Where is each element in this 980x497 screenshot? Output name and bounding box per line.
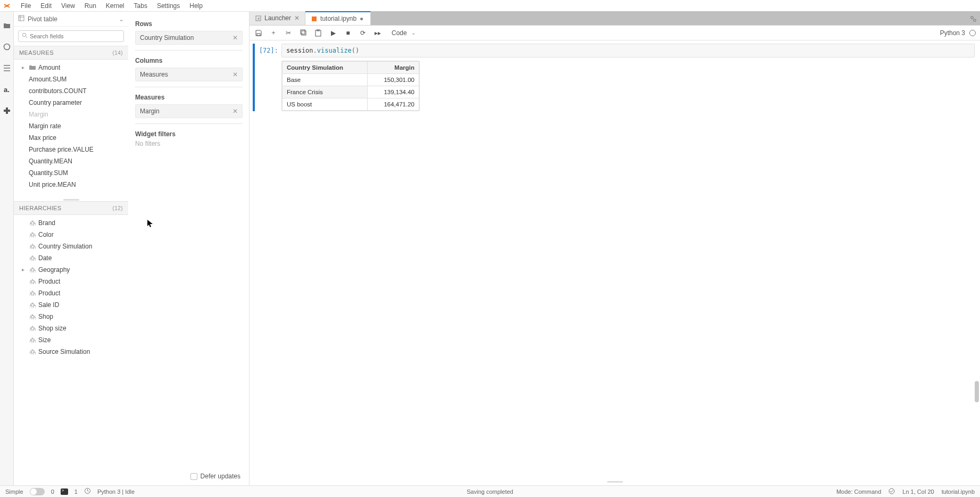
menu-bar: FileEditViewRunKernelTabsSettingsHelp	[0, 0, 980, 12]
copy-button[interactable]	[298, 28, 308, 38]
kernel-status-icon[interactable]	[969, 30, 976, 36]
paste-button[interactable]	[313, 28, 323, 38]
notebook-content[interactable]: [72]: session.visualize() Country Simula…	[250, 40, 980, 485]
close-icon[interactable]: ✕	[232, 34, 238, 42]
run-all-button[interactable]: ▸▸	[373, 28, 383, 38]
measure-item[interactable]: ▸Amount	[14, 62, 128, 73]
measure-item[interactable]: Purchase price.VALUE	[14, 144, 128, 155]
menu-run[interactable]: Run	[80, 1, 101, 11]
simple-toggle[interactable]	[30, 488, 45, 495]
tree-item-label: Max price	[29, 133, 56, 143]
cut-button[interactable]: ✂	[284, 28, 293, 38]
measures-section-header[interactable]: MEASURES (14)	[14, 46, 128, 60]
measure-item[interactable]: Max price	[14, 132, 128, 144]
lsp-icon[interactable]	[84, 487, 91, 495]
restart-button[interactable]: ⟳	[358, 28, 368, 38]
measures-chip[interactable]: Margin✕	[135, 104, 243, 118]
hierarchy-item[interactable]: Color	[14, 229, 128, 241]
hierarchy-item[interactable]: Shop	[14, 311, 128, 322]
measure-item[interactable]: Unit price.MEAN	[14, 179, 128, 190]
terminal-icon[interactable]	[61, 488, 68, 495]
scrollbar-thumb[interactable]	[975, 381, 979, 402]
code-input[interactable]: session.visualize()	[281, 44, 975, 57]
status-bar: Simple 0 1 Python 3 | Idle Saving comple…	[0, 485, 980, 497]
chip-label: Margin	[140, 107, 160, 115]
terminals-count-left: 0	[51, 488, 54, 495]
columns-chip[interactable]: Measures✕	[135, 68, 243, 81]
table-cell: US boost	[283, 98, 368, 111]
hierarchy-icon	[29, 314, 36, 319]
hierarchy-item[interactable]: Brand	[14, 217, 128, 229]
stop-button[interactable]: ■	[343, 28, 353, 38]
menu-view[interactable]: View	[56, 1, 80, 11]
output-resize-handle[interactable]	[607, 479, 623, 484]
hierarchy-icon	[29, 291, 36, 296]
add-cell-button[interactable]: ＋	[269, 28, 278, 38]
code-cell[interactable]: [72]: session.visualize() Country Simula…	[253, 44, 975, 111]
search-input[interactable]	[30, 33, 120, 39]
rows-chip[interactable]: Country Simulation✕	[135, 31, 243, 45]
close-icon[interactable]: ✕	[232, 71, 238, 78]
hierarchy-item[interactable]: Country Simulation	[14, 241, 128, 252]
svg-rect-4	[312, 16, 317, 21]
measure-item[interactable]: Margin rate	[14, 120, 128, 132]
hierarchy-item[interactable]: Sale ID	[14, 299, 128, 311]
cell-active-bar	[253, 44, 255, 111]
hierarchies-section-header[interactable]: HIERARCHIES (12)	[14, 201, 128, 215]
tab-tutorial-ipynb[interactable]: tutorial.ipynb●	[305, 11, 371, 25]
extensions-icon[interactable]	[3, 106, 11, 115]
measure-item[interactable]: Margin	[14, 109, 128, 120]
measure-item[interactable]: Amount.SUM	[14, 73, 128, 85]
measure-item[interactable]: contributors.COUNT	[14, 85, 128, 97]
tree-item-label: Date	[38, 253, 52, 263]
toc-icon[interactable]	[3, 64, 11, 72]
menu-help[interactable]: Help	[185, 1, 207, 11]
defer-checkbox[interactable]	[190, 473, 197, 480]
folder-icon[interactable]	[3, 21, 11, 30]
table-cell: 164,471.20	[368, 98, 419, 111]
pivot-type-selector[interactable]: Pivot table ⌄	[14, 12, 128, 27]
menu-file[interactable]: File	[16, 1, 36, 11]
hierarchy-icon	[29, 326, 36, 331]
measure-item[interactable]: Country parameter	[14, 97, 128, 109]
tree-item-label: Shop	[38, 312, 53, 321]
menu-settings[interactable]: Settings	[152, 1, 185, 11]
svg-point-2	[22, 33, 26, 36]
svg-point-0	[4, 44, 10, 50]
kernel-status-text[interactable]: Python 3 | Idle	[97, 488, 135, 495]
atoti-icon[interactable]: a.	[3, 85, 11, 94]
menu-kernel[interactable]: Kernel	[101, 1, 129, 11]
table-cell: 139,134.40	[368, 86, 419, 98]
menu-edit[interactable]: Edit	[36, 1, 56, 11]
hierarchy-item[interactable]: Product	[14, 287, 128, 299]
hierarchy-icon	[29, 255, 36, 261]
run-button[interactable]: ▶	[328, 28, 338, 38]
hierarchy-item[interactable]: Date	[14, 252, 128, 264]
inspector-icon[interactable]	[968, 14, 978, 25]
hierarchy-icon	[29, 220, 36, 226]
table-cell: 150,301.00	[368, 74, 419, 86]
kernel-name[interactable]: Python 3	[940, 29, 965, 37]
table-cell: Base	[283, 74, 368, 86]
hierarchy-item[interactable]: Product	[14, 276, 128, 287]
notifications-icon[interactable]	[888, 488, 895, 495]
hierarchy-item[interactable]: ▸Geography	[14, 264, 128, 276]
cell-prompt: [72]:	[259, 47, 278, 54]
measure-item[interactable]: Quantity.SUM	[14, 167, 128, 179]
close-icon[interactable]: ✕	[232, 107, 238, 115]
running-icon[interactable]	[3, 43, 11, 51]
measure-item[interactable]: Quantity.MEAN	[14, 155, 128, 167]
close-icon[interactable]: ✕	[294, 14, 300, 22]
hierarchy-item[interactable]: Size	[14, 334, 128, 346]
tab-launcher[interactable]: Launcher✕	[250, 11, 305, 25]
cursor-position[interactable]: Ln 1, Col 20	[902, 488, 934, 495]
filename-status[interactable]: tutorial.ipynb	[942, 488, 975, 495]
hierarchy-item[interactable]: Shop size	[14, 322, 128, 334]
menu-tabs[interactable]: Tabs	[129, 1, 152, 11]
tree-item-label: Country parameter	[29, 98, 82, 107]
search-fields-input[interactable]	[18, 30, 124, 42]
save-button[interactable]	[254, 28, 263, 38]
cell-type-selector[interactable]: Code ⌄	[388, 28, 419, 38]
hierarchy-icon	[29, 337, 36, 343]
hierarchy-item[interactable]: Source Simulation	[14, 346, 128, 358]
